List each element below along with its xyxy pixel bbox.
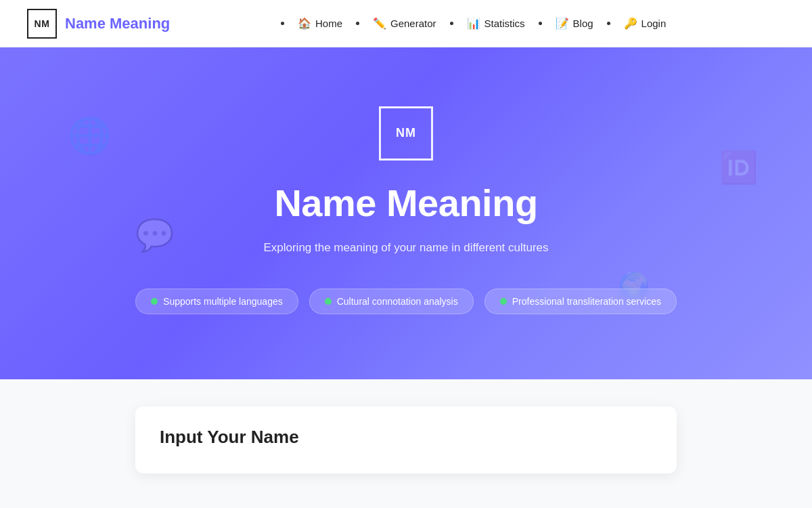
blog-icon: 📝 bbox=[556, 17, 569, 30]
nav-login[interactable]: 🔑 Login bbox=[616, 13, 675, 34]
nav-links: 🏠 Home ✏️ Generator 📊 Statistics 📝 Blog … bbox=[281, 13, 674, 34]
badge-transliteration: Professional transliteration services bbox=[484, 289, 677, 314]
nav-separator-2 bbox=[356, 22, 359, 25]
generator-icon: ✏️ bbox=[373, 17, 386, 30]
badge-dot-multilang bbox=[151, 298, 158, 305]
logo-text: Name Meaning bbox=[65, 15, 170, 33]
hero-section: 🌐 💬 🆔 🌍 NM Name Meaning Exploring the me… bbox=[0, 47, 812, 379]
nav-statistics-label: Statistics bbox=[484, 18, 525, 29]
logo-box: NM bbox=[27, 9, 57, 39]
nav-blog[interactable]: 📝 Blog bbox=[547, 13, 602, 34]
login-icon: 🔑 bbox=[624, 17, 637, 30]
statistics-icon: 📊 bbox=[467, 17, 480, 30]
input-card: Input Your Name bbox=[135, 406, 677, 473]
badge-dot-cultural bbox=[325, 298, 332, 305]
nav-separator-3 bbox=[450, 22, 453, 25]
navbar: NM Name Meaning 🏠 Home ✏️ Generator 📊 St… bbox=[0, 0, 812, 47]
deco-card-right-icon: 🆔 bbox=[719, 149, 758, 186]
badge-cultural-label: Cultural connotation analysis bbox=[337, 296, 458, 307]
hero-logo-box: NM bbox=[379, 106, 433, 161]
nav-login-label: Login bbox=[641, 18, 667, 29]
badge-cultural: Cultural connotation analysis bbox=[309, 289, 474, 314]
nav-separator-4 bbox=[539, 22, 542, 25]
nav-home[interactable]: 🏠 Home bbox=[290, 13, 351, 34]
badge-multilang-label: Supports multiple languages bbox=[163, 296, 283, 307]
hero-logo-abbr: NM bbox=[396, 126, 416, 140]
nav-statistics[interactable]: 📊 Statistics bbox=[459, 13, 533, 34]
logo-link[interactable]: NM Name Meaning bbox=[27, 9, 170, 39]
badge-transliteration-label: Professional transliteration services bbox=[512, 296, 661, 307]
nav-separator-1 bbox=[281, 22, 284, 25]
hero-title: Name Meaning bbox=[274, 181, 537, 225]
logo-abbr: NM bbox=[35, 18, 50, 29]
nav-generator[interactable]: ✏️ Generator bbox=[365, 13, 445, 34]
nav-generator-label: Generator bbox=[390, 18, 436, 29]
deco-chat-left-icon: 💬 bbox=[135, 217, 174, 253]
nav-separator-5 bbox=[607, 22, 610, 25]
badge-multilang: Supports multiple languages bbox=[135, 289, 298, 314]
hero-badges: Supports multiple languages Cultural con… bbox=[135, 289, 677, 314]
nav-home-label: Home bbox=[315, 18, 342, 29]
bottom-section: Input Your Name bbox=[0, 379, 812, 508]
home-icon: 🏠 bbox=[298, 17, 311, 30]
badge-dot-transliteration bbox=[500, 298, 507, 305]
hero-subtitle: Exploring the meaning of your name in di… bbox=[263, 241, 548, 255]
nav-blog-label: Blog bbox=[573, 18, 593, 29]
input-section-title: Input Your Name bbox=[160, 427, 652, 448]
deco-globe-left-icon: 🌐 bbox=[68, 115, 112, 156]
